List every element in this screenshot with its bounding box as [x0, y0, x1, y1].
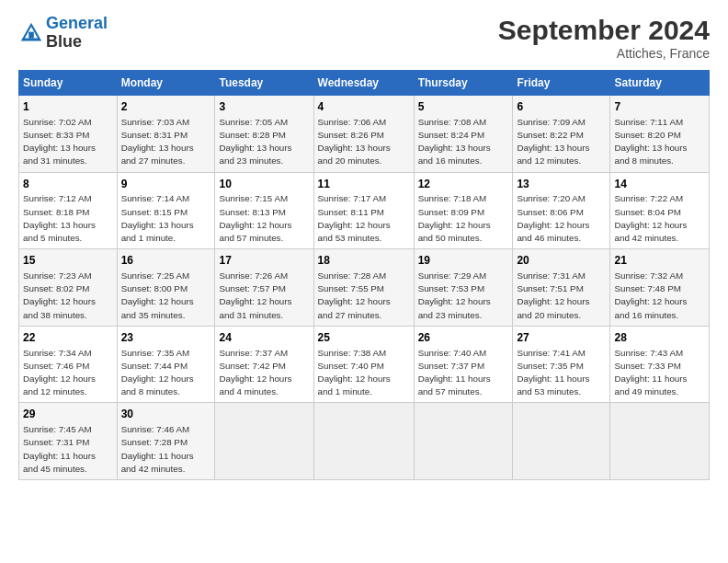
- logo: General Blue: [18, 15, 108, 52]
- calendar-cell: 8Sunrise: 7:12 AM Sunset: 8:18 PM Daylig…: [19, 172, 118, 249]
- day-number: 7: [614, 99, 705, 115]
- calendar-cell: 1Sunrise: 7:02 AM Sunset: 8:33 PM Daylig…: [19, 96, 118, 173]
- day-info: Sunrise: 7:14 AM Sunset: 8:15 PM Dayligh…: [121, 192, 211, 245]
- day-info: Sunrise: 7:45 AM Sunset: 7:31 PM Dayligh…: [23, 423, 113, 476]
- week-row: 15Sunrise: 7:23 AM Sunset: 8:02 PM Dayli…: [19, 249, 710, 327]
- week-row: 22Sunrise: 7:34 AM Sunset: 7:46 PM Dayli…: [19, 326, 710, 403]
- header-cell-tuesday: Tuesday: [215, 71, 313, 96]
- day-number: 9: [121, 177, 211, 192]
- day-number: 24: [219, 330, 309, 346]
- day-number: 6: [517, 99, 606, 115]
- week-row: 1Sunrise: 7:02 AM Sunset: 8:33 PM Daylig…: [19, 96, 710, 173]
- day-number: 12: [418, 177, 509, 192]
- header-cell-saturday: Saturday: [610, 71, 710, 96]
- calendar-cell: 6Sunrise: 7:09 AM Sunset: 8:22 PM Daylig…: [513, 96, 610, 173]
- day-info: Sunrise: 7:31 AM Sunset: 7:51 PM Dayligh…: [517, 270, 606, 322]
- calendar-cell: 10Sunrise: 7:15 AM Sunset: 8:13 PM Dayli…: [215, 172, 313, 249]
- day-number: 19: [418, 253, 509, 269]
- day-info: Sunrise: 7:37 AM Sunset: 7:42 PM Dayligh…: [219, 347, 309, 399]
- calendar-cell: 9Sunrise: 7:14 AM Sunset: 8:15 PM Daylig…: [117, 172, 215, 249]
- day-number: 4: [318, 99, 410, 115]
- day-number: 26: [418, 330, 509, 346]
- calendar-cell: 26Sunrise: 7:40 AM Sunset: 7:37 PM Dayli…: [414, 326, 513, 403]
- day-info: Sunrise: 7:28 AM Sunset: 7:55 PM Dayligh…: [318, 270, 410, 322]
- day-info: Sunrise: 7:12 AM Sunset: 8:18 PM Dayligh…: [23, 192, 113, 245]
- header-cell-thursday: Thursday: [414, 71, 513, 96]
- calendar-cell: 2Sunrise: 7:03 AM Sunset: 8:31 PM Daylig…: [117, 96, 215, 173]
- day-number: 14: [614, 177, 705, 192]
- logo-icon: [18, 20, 44, 46]
- calendar-cell: 14Sunrise: 7:22 AM Sunset: 8:04 PM Dayli…: [610, 172, 710, 249]
- day-info: Sunrise: 7:22 AM Sunset: 8:04 PM Dayligh…: [614, 192, 705, 245]
- day-info: Sunrise: 7:11 AM Sunset: 8:20 PM Dayligh…: [614, 116, 705, 168]
- calendar-cell: [414, 403, 513, 480]
- calendar-cell: 11Sunrise: 7:17 AM Sunset: 8:11 PM Dayli…: [313, 172, 414, 249]
- day-number: 22: [23, 330, 113, 346]
- calendar-cell: 7Sunrise: 7:11 AM Sunset: 8:20 PM Daylig…: [610, 96, 710, 173]
- calendar-cell: 16Sunrise: 7:25 AM Sunset: 8:00 PM Dayli…: [117, 249, 215, 327]
- day-number: 27: [517, 330, 606, 346]
- calendar-cell: 18Sunrise: 7:28 AM Sunset: 7:55 PM Dayli…: [313, 249, 414, 327]
- day-info: Sunrise: 7:09 AM Sunset: 8:22 PM Dayligh…: [517, 116, 606, 168]
- svg-rect-2: [28, 31, 34, 38]
- day-number: 18: [318, 253, 410, 269]
- day-number: 21: [614, 253, 705, 269]
- calendar-cell: 21Sunrise: 7:32 AM Sunset: 7:48 PM Dayli…: [610, 249, 710, 327]
- main-title: September 2024: [498, 15, 710, 46]
- week-row: 8Sunrise: 7:12 AM Sunset: 8:18 PM Daylig…: [19, 172, 710, 249]
- subtitle: Attiches, France: [498, 46, 710, 61]
- calendar-cell: 23Sunrise: 7:35 AM Sunset: 7:44 PM Dayli…: [117, 326, 215, 403]
- week-row: 29Sunrise: 7:45 AM Sunset: 7:31 PM Dayli…: [19, 403, 710, 480]
- day-info: Sunrise: 7:20 AM Sunset: 8:06 PM Dayligh…: [517, 192, 606, 245]
- calendar-body: 1Sunrise: 7:02 AM Sunset: 8:33 PM Daylig…: [19, 96, 710, 480]
- calendar-cell: 12Sunrise: 7:18 AM Sunset: 8:09 PM Dayli…: [414, 172, 513, 249]
- day-info: Sunrise: 7:18 AM Sunset: 8:09 PM Dayligh…: [418, 192, 509, 245]
- header: General Blue September 2024 Attiches, Fr…: [18, 15, 710, 61]
- calendar-cell: 28Sunrise: 7:43 AM Sunset: 7:33 PM Dayli…: [610, 326, 710, 403]
- day-info: Sunrise: 7:34 AM Sunset: 7:46 PM Dayligh…: [23, 347, 113, 399]
- calendar-cell: 24Sunrise: 7:37 AM Sunset: 7:42 PM Dayli…: [215, 326, 313, 403]
- day-number: 11: [318, 177, 410, 192]
- day-number: 5: [418, 99, 509, 115]
- day-number: 25: [318, 330, 410, 346]
- day-info: Sunrise: 7:46 AM Sunset: 7:28 PM Dayligh…: [121, 423, 211, 476]
- day-info: Sunrise: 7:40 AM Sunset: 7:37 PM Dayligh…: [418, 347, 509, 399]
- day-number: 30: [121, 407, 211, 422]
- day-number: 1: [23, 99, 113, 115]
- day-info: Sunrise: 7:06 AM Sunset: 8:26 PM Dayligh…: [318, 116, 410, 168]
- calendar-cell: 30Sunrise: 7:46 AM Sunset: 7:28 PM Dayli…: [117, 403, 215, 480]
- day-info: Sunrise: 7:35 AM Sunset: 7:44 PM Dayligh…: [121, 347, 211, 399]
- calendar-cell: 25Sunrise: 7:38 AM Sunset: 7:40 PM Dayli…: [313, 326, 414, 403]
- day-number: 15: [23, 253, 113, 269]
- calendar-cell: 29Sunrise: 7:45 AM Sunset: 7:31 PM Dayli…: [19, 403, 118, 480]
- calendar-cell: [513, 403, 610, 480]
- day-number: 3: [219, 99, 309, 115]
- day-number: 8: [23, 177, 113, 192]
- logo-text-blue: Blue: [46, 32, 82, 51]
- day-number: 20: [517, 253, 606, 269]
- day-number: 28: [614, 330, 705, 346]
- day-number: 23: [121, 330, 211, 346]
- day-info: Sunrise: 7:05 AM Sunset: 8:28 PM Dayligh…: [219, 116, 309, 168]
- day-number: 17: [219, 253, 309, 269]
- day-info: Sunrise: 7:08 AM Sunset: 8:24 PM Dayligh…: [418, 116, 509, 168]
- calendar-cell: [215, 403, 313, 480]
- day-info: Sunrise: 7:41 AM Sunset: 7:35 PM Dayligh…: [517, 347, 606, 399]
- calendar-cell: 27Sunrise: 7:41 AM Sunset: 7:35 PM Dayli…: [513, 326, 610, 403]
- calendar-cell: 13Sunrise: 7:20 AM Sunset: 8:06 PM Dayli…: [513, 172, 610, 249]
- header-cell-monday: Monday: [117, 71, 215, 96]
- day-info: Sunrise: 7:15 AM Sunset: 8:13 PM Dayligh…: [219, 192, 309, 245]
- day-info: Sunrise: 7:26 AM Sunset: 7:57 PM Dayligh…: [219, 270, 309, 322]
- calendar-cell: 17Sunrise: 7:26 AM Sunset: 7:57 PM Dayli…: [215, 249, 313, 327]
- day-number: 29: [23, 407, 113, 422]
- page: General Blue September 2024 Attiches, Fr…: [0, 0, 728, 489]
- day-info: Sunrise: 7:29 AM Sunset: 7:53 PM Dayligh…: [418, 270, 509, 322]
- calendar-header-row: SundayMondayTuesdayWednesdayThursdayFrid…: [19, 71, 710, 96]
- day-number: 10: [219, 177, 309, 192]
- logo-text-general: General: [46, 14, 108, 32]
- calendar-cell: 3Sunrise: 7:05 AM Sunset: 8:28 PM Daylig…: [215, 96, 313, 173]
- day-info: Sunrise: 7:32 AM Sunset: 7:48 PM Dayligh…: [614, 270, 705, 322]
- day-number: 13: [517, 177, 606, 192]
- header-cell-sunday: Sunday: [19, 71, 118, 96]
- calendar-cell: [610, 403, 710, 480]
